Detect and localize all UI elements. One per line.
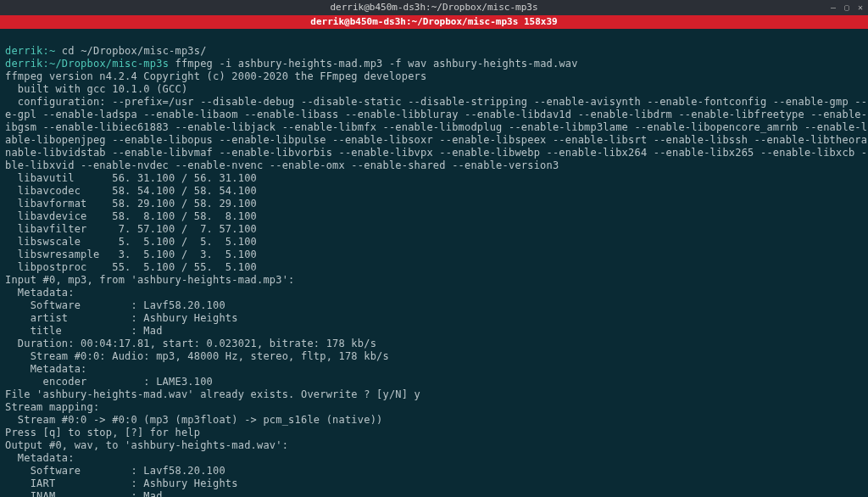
built-with: built with gcc 10.1.0 (GCC) [5,83,187,95]
libavfilter-version: libavfilter 7. 57.100 / 7. 57.100 [5,223,257,235]
output-header: Output #0, wav, to 'ashbury-heights-mad.… [5,439,288,451]
config-line: nable-libvidstab --enable-libvmaf --enab… [5,147,868,159]
terminal-output[interactable]: derrik:~ cd ~/Dropbox/misc-mp3s/ derrik:… [0,29,868,497]
tab-label: derrik@b450m-ds3h:~/Dropbox/misc-mp3s 15… [310,16,557,28]
stream-line: Stream #0:0: Audio: mp3, 48000 Hz, stere… [5,350,389,362]
metadata-header: Metadata: [5,452,75,464]
libavcodec-version: libavcodec 58. 54.100 / 58. 54.100 [5,185,257,197]
metadata-inam: INAM : Mad [5,490,163,497]
libpostproc-version: libpostproc 55. 5.100 / 55. 5.100 [5,261,257,273]
prompt-user: derrik: [5,58,49,70]
duration-line: Duration: 00:04:17.81, start: 0.023021, … [5,338,376,349]
libswscale-version: libswscale 5. 5.100 / 5. 5.100 [5,236,257,248]
config-line: ble-libxvid --enable-nvdec --enable-nven… [5,159,559,171]
metadata-header: Metadata: [5,363,87,375]
libavutil-version: libavutil 56. 31.100 / 56. 31.100 [5,172,257,184]
stream-map-line: Stream #0:0 -> #0:0 (mp3 (mp3float) -> p… [5,414,382,426]
overwrite-prompt: File 'ashbury-heights-mad.wav' already e… [5,388,420,400]
metadata-header: Metadata: [5,287,75,299]
encoder-line: encoder : LAME3.100 [5,376,213,388]
metadata-artist: artist : Ashbury Heights [5,312,238,324]
metadata-software: Software : Lavf58.20.100 [5,465,225,477]
config-line: able-libopenjpeg --enable-libopus --enab… [5,134,868,146]
prompt-user: derrik: [5,45,49,57]
terminal-tab[interactable]: derrik@b450m-ds3h:~/Dropbox/misc-mp3s 15… [0,15,868,29]
input-header: Input #0, mp3, from 'ashbury-heights-mad… [5,274,295,286]
metadata-title: title : Mad [5,325,163,337]
libavformat-version: libavformat 58. 29.100 / 58. 29.100 [5,198,257,209]
maximize-icon[interactable]: ▢ [844,3,849,14]
metadata-iart: IART : Ashbury Heights [5,477,238,489]
minimize-icon[interactable]: — [831,3,836,14]
libswresample-version: libswresample 3. 5.100 / 3. 5.100 [5,248,257,260]
window-titlebar: derrik@b450m-ds3h:~/Dropbox/misc-mp3s — … [0,0,868,15]
command-cd: cd ~/Dropbox/misc-mp3s/ [55,45,206,57]
config-line: e-gpl --enable-ladspa --enable-libaom --… [5,109,868,120]
config-line: configuration: --prefix=/usr --disable-d… [5,96,868,108]
close-icon[interactable]: ✕ [858,3,863,14]
ffmpeg-version: ffmpeg version n4.2.4 Copyright (c) 2000… [5,70,426,82]
window-title: derrik@b450m-ds3h:~/Dropbox/misc-mp3s [330,2,537,14]
metadata-software: Software : Lavf58.20.100 [5,299,225,311]
prompt-path: ~/Dropbox/misc-mp3s [49,58,169,70]
press-q-hint: Press [q] to stop, [?] for help [5,427,200,438]
stream-mapping: Stream mapping: [5,401,99,413]
config-line: ibgsm --enable-libiec61883 --enable-libj… [5,121,868,133]
libavdevice-version: libavdevice 58. 8.100 / 58. 8.100 [5,210,257,222]
command-ffmpeg: ffmpeg -i ashbury-heights-mad.mp3 -f wav… [169,58,578,70]
